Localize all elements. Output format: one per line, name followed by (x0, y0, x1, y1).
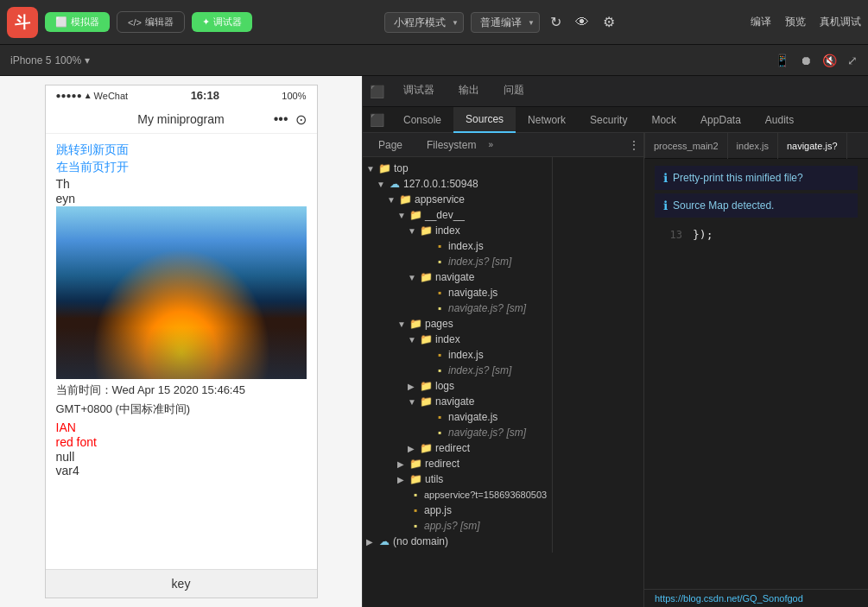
toolbar-right: 编译 预览 真机调试 (751, 15, 861, 29)
tree-redirect1[interactable]: ▶ 📁 redirect (363, 440, 552, 456)
compile-dropdown[interactable]: 普通编译 (471, 12, 540, 33)
phone-icon-button[interactable]: 📱 (775, 54, 789, 67)
device-info: iPhone 5 100% ▾ (10, 54, 90, 66)
subtab-network[interactable]: Network (516, 107, 578, 133)
right-panel-content: ℹ Pretty-print this minified file? ℹ Sou… (644, 159, 868, 589)
devtools-tabs: ⬛ 调试器 输出 问题 (363, 76, 868, 107)
phone-status-bar: ●●●●● ▲ WeChat 16:18 100% (46, 85, 317, 105)
app-logo: 斗 (7, 7, 38, 38)
preview-icon-button[interactable]: 👁 (572, 11, 592, 34)
editor-button[interactable]: </> 编辑器 (117, 11, 185, 33)
tree-navigate2-js-sm[interactable]: ▪ navigate.js? [sm] (363, 425, 552, 440)
editor-group: </> 编辑器 (117, 11, 185, 33)
tab-issues[interactable]: 问题 (491, 76, 536, 107)
subtab-audits[interactable]: Audits (753, 107, 806, 133)
bottom-status: https://blog.csdn.net/GQ_Sonofgod (644, 589, 868, 607)
tree-index-js[interactable]: ▪ index.js (363, 238, 552, 254)
tree-pages-index-js[interactable]: ▪ index.js (363, 347, 552, 363)
subtab-security[interactable]: Security (578, 107, 639, 133)
tree-top[interactable]: ▼ 📁 top (363, 161, 552, 176)
debugger-group: ✦ 调试器 (192, 12, 252, 32)
tree-app-js-sm[interactable]: ▪ app.js? [sm] (363, 518, 552, 534)
simulator-panel: ●●●●● ▲ WeChat 16:18 100% My miniprogram… (0, 76, 363, 607)
debugger-button[interactable]: ✦ 调试器 (192, 12, 252, 32)
settings-button[interactable]: ⚙ (599, 10, 618, 34)
info-bar-minified: ℹ Pretty-print this minified file? (655, 166, 858, 190)
right-file-tabs: process_main2 index.js navigate.js? (644, 133, 868, 159)
debugger-icon: ✦ (202, 16, 210, 28)
phone-content: 跳转到新页面 在当前页打开 Th eyn 当前时间：Wed Apr 15 202… (46, 134, 317, 569)
editor-icon: </> (128, 17, 142, 28)
tree-navigate-js[interactable]: ▪ navigate.js (363, 285, 552, 300)
filesystem-tab[interactable]: Filesystem (415, 133, 488, 157)
phone-signal: ●●●●● ▲ WeChat (56, 91, 129, 101)
subtab-sources[interactable]: Sources (453, 107, 516, 133)
tree-pages-folder[interactable]: ▼ 📁 pages (363, 316, 552, 332)
tree-index-folder[interactable]: ▼ 📁 index (363, 223, 552, 238)
sources-sidebar: ▼ 📁 top ▼ ☁ 127.0.0.1:50948 ▼ 📁 ap (363, 157, 553, 553)
tree-logs-folder[interactable]: ▶ 📁 logs (363, 378, 552, 394)
tree-cloud-host[interactable]: ▼ ☁ 127.0.0.1:50948 (363, 176, 552, 192)
tab-console-outer[interactable]: 调试器 (391, 76, 447, 107)
second-toolbar-right: 📱 ⏺ 🔇 ⤢ (775, 54, 858, 67)
devtools-lock-icon[interactable]: ⬛ (370, 85, 384, 98)
file-tab-process-main2[interactable]: process_main2 (645, 133, 728, 159)
compile-button[interactable]: 编译 (751, 15, 771, 29)
tree-pages-index-folder[interactable]: ▼ 📁 index (363, 332, 552, 347)
second-toolbar: iPhone 5 100% ▾ 📱 ⏺ 🔇 ⤢ (0, 45, 868, 76)
tree-navigate-js-sm[interactable]: ▪ navigate.js? [sm] (363, 300, 552, 316)
more-tabs-button[interactable]: » (488, 140, 493, 149)
file-tab-navigate-js[interactable]: navigate.js? (778, 133, 847, 159)
simulator-group: ⬜ 模拟器 (45, 12, 110, 32)
more-icon[interactable]: ••• (274, 111, 288, 127)
tree-redirect2[interactable]: ▶ 📁 redirect (363, 456, 552, 471)
main-area: ●●●●● ▲ WeChat 16:18 100% My miniprogram… (0, 76, 868, 607)
subtab-appdata[interactable]: AppData (688, 107, 753, 133)
devtools-body: Page Filesystem » ⋮ ▼ 📁 top ▼ (363, 133, 868, 607)
phone-nav-bar: My miniprogram ••• ⊙ (46, 105, 317, 134)
tree-index-js-sm[interactable]: ▪ index.js? [sm] (363, 254, 552, 269)
phone-footer: key (46, 569, 317, 598)
refresh-button[interactable]: ↻ (547, 10, 565, 34)
expand-icon-button[interactable]: ⤢ (847, 54, 858, 67)
page-tab[interactable]: Page (366, 133, 415, 157)
sunset-waves (56, 327, 307, 379)
tree-dev[interactable]: ▼ 📁 __dev__ (363, 207, 552, 223)
toolbar-center: 小程序模式 普通编译 ↻ 👁 ⚙ (259, 10, 744, 34)
menu-icon[interactable]: ⋮ (628, 138, 640, 152)
subtab-console[interactable]: Console (391, 107, 453, 133)
file-tab-index-js[interactable]: index.js (728, 133, 778, 159)
tree-appservice[interactable]: ▼ 📁 appservice (363, 192, 552, 207)
mode-dropdown-wrap: 小程序模式 (384, 12, 464, 33)
subtab-mock[interactable]: Mock (639, 107, 688, 133)
home-icon[interactable]: ⊙ (295, 111, 307, 128)
simulator-icon: ⬜ (55, 16, 67, 28)
right-devtools-panel: process_main2 index.js navigate.js? ℹ Pr… (643, 133, 868, 607)
devtools-subtabs: ⬛ Console Sources Network Security Mock … (363, 107, 868, 133)
tree-utils-folder[interactable]: ▶ 📁 utils (363, 471, 552, 487)
subtab-nav-icon[interactable]: ⬛ (363, 113, 391, 127)
tree-navigate2-folder[interactable]: ▼ 📁 navigate (363, 394, 552, 409)
audio-icon-button[interactable]: 🔇 (822, 54, 837, 67)
tree-navigate2-js[interactable]: ▪ navigate.js (363, 409, 552, 425)
tree-pages-index-js-sm[interactable]: ▪ index.js? [sm] (363, 363, 552, 378)
code-line-13: 13 }); (665, 228, 847, 241)
tree-no-domain[interactable]: ▶ ☁ (no domain) (363, 534, 552, 549)
record-icon-button[interactable]: ⏺ (800, 54, 812, 67)
tree-app-js[interactable]: ▪ app.js (363, 503, 552, 518)
top-toolbar: 斗 ⬜ 模拟器 </> 编辑器 ✦ 调试器 小程序模式 普通编译 ↻ (0, 0, 868, 45)
tree-appservice-file[interactable]: ▪ appservice?t=158693680503 (363, 487, 552, 503)
left-devtools: Page Filesystem » ⋮ ▼ 📁 top ▼ (363, 133, 643, 607)
phone-nav-right: ••• ⊙ (274, 111, 307, 128)
tab-output[interactable]: 输出 (447, 76, 491, 107)
sources-nav: Page Filesystem » ⋮ (363, 133, 643, 157)
simulator-button[interactable]: ⬜ 模拟器 (45, 12, 110, 32)
wifi-icon: ▲ (84, 91, 92, 100)
phone-frame: ●●●●● ▲ WeChat 16:18 100% My miniprogram… (45, 85, 318, 598)
preview-button[interactable]: 预览 (785, 15, 806, 29)
realtest-button[interactable]: 真机调试 (820, 15, 861, 29)
tree-navigate-folder[interactable]: ▼ 📁 navigate (363, 269, 552, 285)
devtools-panel: ⬛ 调试器 输出 问题 ⬛ Console Sources Network Se… (363, 76, 868, 607)
mode-dropdown[interactable]: 小程序模式 (384, 12, 464, 33)
compile-dropdown-wrap: 普通编译 (471, 12, 540, 33)
